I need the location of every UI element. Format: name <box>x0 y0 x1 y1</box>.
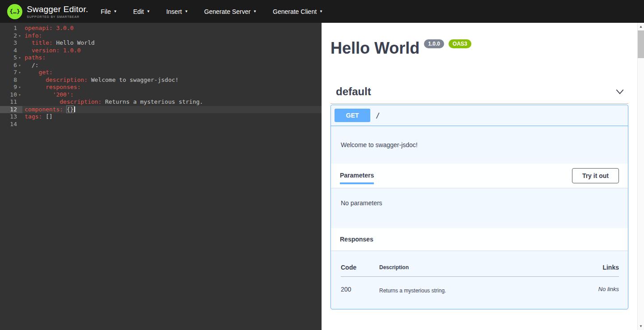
http-method-badge[interactable]: GET <box>335 109 370 122</box>
token-plain: [] <box>42 113 52 120</box>
token-key: info: <box>25 32 42 39</box>
opblock-summary[interactable]: GET / <box>331 105 628 126</box>
column-header-code: Code <box>341 261 379 277</box>
column-header-description: Description <box>379 261 565 277</box>
line-number: 1 <box>13 25 17 32</box>
page-title: Hello World 1.0.0 OAS3 <box>330 39 628 58</box>
menu-file[interactable]: File ▼ <box>101 8 117 15</box>
menu-generate-server[interactable]: Generate Server ▼ <box>204 8 257 15</box>
scrollbar-thumb[interactable] <box>638 30 644 58</box>
response-row-200: 200 Returns a mysterious string. No link… <box>341 277 619 294</box>
gutter-line-10: 10▾ <box>0 91 22 99</box>
menu-insert[interactable]: Insert ▼ <box>166 8 188 15</box>
fold-toggle-icon[interactable]: ▾ <box>17 32 22 40</box>
brand-title: Swagger Editor. <box>27 4 88 14</box>
gutter-line-5: 5▾ <box>0 54 22 62</box>
main-split: 12▾345▾6▾7▾89▾10▾11121314 openapi: 3.0.0… <box>0 23 644 330</box>
line-number: 6 <box>13 62 17 69</box>
caret-down-icon: ▼ <box>185 10 188 13</box>
line-number: 11 <box>10 98 17 106</box>
code-line-8[interactable]: description: Welcome to swagger-jsdoc! <box>22 76 322 84</box>
code-line-13[interactable]: tags: [] <box>22 113 322 121</box>
parameters-header: Parameters Try it out <box>331 164 628 188</box>
gutter-line-9: 9▾ <box>0 84 22 91</box>
gutter-line-8: 8 <box>0 76 22 84</box>
code-line-7[interactable]: get: <box>22 69 322 76</box>
version-badge: 1.0.0 <box>424 39 444 48</box>
token-num: 3.0.0 <box>56 25 73 31</box>
tab-parameters[interactable]: Parameters <box>340 167 374 184</box>
menu-edit-label: Edit <box>133 8 144 15</box>
line-number: 12 <box>10 106 17 114</box>
code-line-12[interactable]: components: {} <box>22 106 322 114</box>
menu-generate-client-label: Generate Client <box>273 8 317 15</box>
fold-toggle-icon[interactable]: ▾ <box>17 69 22 76</box>
fold-toggle-icon[interactable]: ▾ <box>17 91 22 99</box>
token-bracket: {} <box>67 106 74 113</box>
opblock-get: GET / Welcome to swagger-jsdoc! Paramete… <box>330 105 628 309</box>
caret-down-icon: ▼ <box>319 10 323 13</box>
token-num: 1.0.0 <box>63 47 80 54</box>
token-key: responses: <box>46 84 80 90</box>
caret-down-icon: ▼ <box>147 10 150 13</box>
text-cursor <box>74 106 75 112</box>
collapse-section-button[interactable] <box>615 87 625 97</box>
token-plain: /: <box>25 62 38 68</box>
code-line-6[interactable]: /: <box>22 62 322 69</box>
brand: Swagger Editor. Supported by SMARTBEAR <box>27 4 88 18</box>
fold-toggle-icon[interactable]: ▾ <box>17 62 22 69</box>
scrollbar-up-button[interactable]: ▲ <box>638 23 644 30</box>
swagger-preview: Hello World 1.0.0 OAS3 default GET / Wel… <box>322 23 637 330</box>
topbar: {…} Swagger Editor. Supported by SMARTBE… <box>0 0 644 23</box>
gutter-line-11: 11 <box>0 98 22 106</box>
swagger-logo-icon: {…} <box>7 4 22 19</box>
token-plain <box>59 47 63 54</box>
line-number: 13 <box>10 113 17 121</box>
fold-toggle-icon[interactable]: ▾ <box>17 84 22 91</box>
token-plain <box>25 47 32 54</box>
menu-edit[interactable]: Edit ▼ <box>133 8 150 15</box>
editor-gutter: 12▾345▾6▾7▾89▾10▾11121314 <box>0 25 22 330</box>
scrollbar-down-button[interactable]: ▼ <box>638 322 644 330</box>
token-key: components: <box>25 106 63 113</box>
responses-table: Code Description Links 200 Returns a mys… <box>341 261 619 294</box>
token-plain <box>25 69 38 76</box>
code-line-3[interactable]: title: Hello World <box>22 39 322 47</box>
gutter-line-3: 3 <box>0 39 22 47</box>
token-key: description: <box>59 98 102 105</box>
caret-down-icon: ▼ <box>253 10 257 13</box>
menu-generate-client[interactable]: Generate Client ▼ <box>273 8 323 15</box>
line-number: 10 <box>10 91 17 99</box>
yaml-editor[interactable]: 12▾345▾6▾7▾89▾10▾11121314 openapi: 3.0.0… <box>0 23 322 330</box>
api-title-text: Hello World <box>330 39 419 58</box>
code-line-1[interactable]: openapi: 3.0.0 <box>22 25 322 32</box>
code-line-11[interactable]: description: Returns a mysterious string… <box>22 98 322 106</box>
code-line-4[interactable]: version: 1.0.0 <box>22 47 322 55</box>
vertical-scrollbar[interactable]: ▲ ▼ <box>637 23 644 330</box>
code-line-9[interactable]: responses: <box>22 84 322 91</box>
brand-subtitle: Supported by SMARTBEAR <box>27 15 88 18</box>
token-key: description: <box>46 76 88 83</box>
fold-toggle-icon[interactable]: ▾ <box>17 54 22 62</box>
code-line-10[interactable]: '200': <box>22 91 322 99</box>
code-line-5[interactable]: paths: <box>22 54 322 62</box>
line-number: 5 <box>13 54 17 62</box>
code-line-2[interactable]: info: <box>22 32 322 40</box>
token-plain <box>25 76 46 83</box>
token-key: paths: <box>25 54 46 61</box>
chevron-down-icon <box>615 87 625 97</box>
code-line-14[interactable] <box>22 121 322 128</box>
caret-down-icon: ▼ <box>114 10 117 13</box>
try-it-out-button[interactable]: Try it out <box>572 168 619 183</box>
line-number: 4 <box>13 47 17 55</box>
responses-header: Responses <box>331 228 628 250</box>
line-number: 7 <box>13 69 17 76</box>
token-key: '200': <box>53 91 74 98</box>
scrollbar-track[interactable] <box>638 58 644 322</box>
no-parameters-text: No parameters <box>331 188 628 228</box>
tag-section-header[interactable]: default <box>330 85 628 104</box>
gutter-line-13: 13 <box>0 113 22 121</box>
line-number: 2 <box>13 32 17 40</box>
tag-title: default <box>336 85 371 98</box>
editor-code[interactable]: openapi: 3.0.0info: title: Hello World v… <box>22 25 322 330</box>
